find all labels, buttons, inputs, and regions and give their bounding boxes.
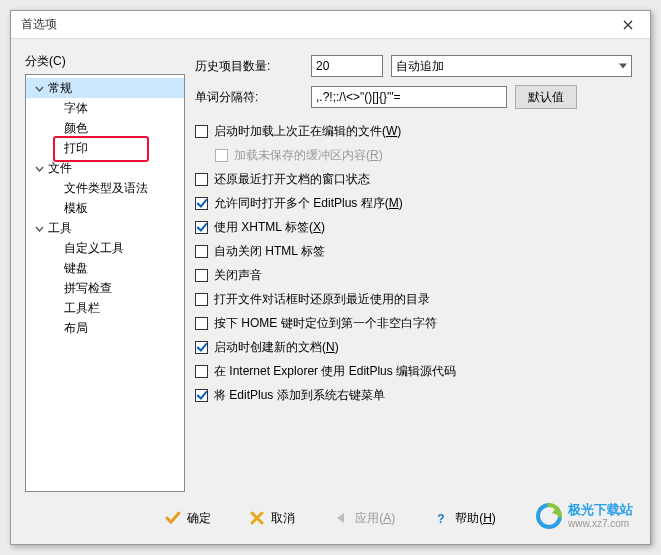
tree-item-label: 工具栏 bbox=[62, 300, 100, 317]
tree-item-label: 自定义工具 bbox=[62, 240, 124, 257]
checkbox-label: 启动时创建新的文档(N) bbox=[214, 339, 339, 356]
checkbox-option[interactable]: 使用 XHTML 标签(X) bbox=[195, 215, 636, 239]
delimiter-label: 单词分隔符: bbox=[195, 89, 311, 106]
category-tree[interactable]: 常规字体颜色打印文件文件类型及语法模板工具自定义工具键盘拼写检查工具栏布局 bbox=[25, 74, 185, 492]
tree-item-label: 拼写检查 bbox=[62, 280, 112, 297]
svg-text:?: ? bbox=[438, 512, 445, 526]
tree-item-label: 工具 bbox=[46, 220, 72, 237]
tree-item[interactable]: 打印 bbox=[26, 138, 184, 158]
close-icon bbox=[623, 20, 633, 30]
checkbox-group: 启动时加载上次正在编辑的文件(W)加载未保存的缓冲区内容(R)还原最近打开文档的… bbox=[195, 119, 636, 407]
window-title: 首选项 bbox=[21, 16, 612, 33]
checkbox-icon bbox=[195, 197, 208, 210]
checkbox-option[interactable]: 自动关闭 HTML 标签 bbox=[195, 239, 636, 263]
sidebar: 分类(C) 常规字体颜色打印文件文件类型及语法模板工具自定义工具键盘拼写检查工具… bbox=[25, 53, 185, 492]
cancel-button[interactable]: 取消 bbox=[243, 506, 301, 531]
tree-item[interactable]: 文件 bbox=[26, 158, 184, 178]
preferences-dialog: 首选项 分类(C) 常规字体颜色打印文件文件类型及语法模板工具自定义工具键盘拼写… bbox=[10, 10, 651, 545]
tree-item[interactable]: 工具 bbox=[26, 218, 184, 238]
history-label: 历史项目数量: bbox=[195, 58, 311, 75]
checkbox-label: 关闭声音 bbox=[214, 267, 262, 284]
apply-button: 应用(A) bbox=[327, 506, 401, 531]
history-row: 历史项目数量: 自动追加 bbox=[195, 55, 636, 77]
checkbox-label: 加载未保存的缓冲区内容(R) bbox=[234, 147, 383, 164]
history-count-input[interactable] bbox=[311, 55, 383, 77]
checkbox-option[interactable]: 启动时加载上次正在编辑的文件(W) bbox=[195, 119, 636, 143]
tree-item-label: 常规 bbox=[46, 80, 72, 97]
tree-item[interactable]: 工具栏 bbox=[26, 298, 184, 318]
checkbox-icon bbox=[195, 341, 208, 354]
checkbox-label: 允许同时打开多个 EditPlus 程序(M) bbox=[214, 195, 403, 212]
tree-item-label: 布局 bbox=[62, 320, 88, 337]
checkbox-label: 在 Internet Explorer 使用 EditPlus 编辑源代码 bbox=[214, 363, 456, 380]
checkbox-icon bbox=[215, 149, 228, 162]
chevron-down-icon bbox=[619, 64, 627, 69]
settings-panel: 历史项目数量: 自动追加 单词分隔符: 默认值 启动时加载上次正在编辑的文件(W… bbox=[195, 53, 636, 492]
tree-item[interactable]: 布局 bbox=[26, 318, 184, 338]
checkbox-icon bbox=[195, 293, 208, 306]
tree-item-label: 键盘 bbox=[62, 260, 88, 277]
tree-item-label: 字体 bbox=[62, 100, 88, 117]
tree-item[interactable]: 颜色 bbox=[26, 118, 184, 138]
tree-item-label: 文件 bbox=[46, 160, 72, 177]
close-button[interactable] bbox=[612, 14, 644, 36]
tree-item-label: 模板 bbox=[62, 200, 88, 217]
category-label: 分类(C) bbox=[25, 53, 185, 70]
tree-item[interactable]: 文件类型及语法 bbox=[26, 178, 184, 198]
checkbox-icon bbox=[195, 317, 208, 330]
default-button[interactable]: 默认值 bbox=[515, 85, 577, 109]
tree-item[interactable]: 键盘 bbox=[26, 258, 184, 278]
checkbox-label: 将 EditPlus 添加到系统右键菜单 bbox=[214, 387, 385, 404]
tree-item-label: 文件类型及语法 bbox=[62, 180, 148, 197]
checkbox-option[interactable]: 启动时创建新的文档(N) bbox=[195, 335, 636, 359]
checkbox-icon bbox=[195, 365, 208, 378]
ok-button[interactable]: 确定 bbox=[159, 506, 217, 531]
tree-item-label: 颜色 bbox=[62, 120, 88, 137]
checkbox-option[interactable]: 在 Internet Explorer 使用 EditPlus 编辑源代码 bbox=[195, 359, 636, 383]
help-icon: ? bbox=[433, 510, 449, 526]
content-area: 分类(C) 常规字体颜色打印文件文件类型及语法模板工具自定义工具键盘拼写检查工具… bbox=[11, 39, 650, 492]
checkbox-icon bbox=[195, 221, 208, 234]
dialog-footer: 确定 取消 应用(A) ? 帮助(H) bbox=[11, 492, 650, 544]
tree-item[interactable]: 常规 bbox=[26, 78, 184, 98]
arrow-left-icon bbox=[333, 510, 349, 526]
checkbox-label: 使用 XHTML 标签(X) bbox=[214, 219, 325, 236]
tree-item[interactable]: 字体 bbox=[26, 98, 184, 118]
checkbox-icon bbox=[195, 173, 208, 186]
checkbox-option: 加载未保存的缓冲区内容(R) bbox=[215, 143, 636, 167]
check-icon bbox=[165, 510, 181, 526]
checkbox-icon bbox=[195, 245, 208, 258]
tree-item[interactable]: 模板 bbox=[26, 198, 184, 218]
chevron-down-icon bbox=[32, 224, 46, 233]
checkbox-icon bbox=[195, 269, 208, 282]
checkbox-label: 自动关闭 HTML 标签 bbox=[214, 243, 325, 260]
checkbox-label: 打开文件对话框时还原到最近使用的目录 bbox=[214, 291, 430, 308]
help-button[interactable]: ? 帮助(H) bbox=[427, 506, 502, 531]
checkbox-option[interactable]: 还原最近打开文档的窗口状态 bbox=[195, 167, 636, 191]
chevron-down-icon bbox=[32, 164, 46, 173]
tree-item[interactable]: 拼写检查 bbox=[26, 278, 184, 298]
checkbox-option[interactable]: 关闭声音 bbox=[195, 263, 636, 287]
delimiter-input[interactable] bbox=[311, 86, 507, 108]
checkbox-label: 还原最近打开文档的窗口状态 bbox=[214, 171, 370, 188]
checkbox-option[interactable]: 允许同时打开多个 EditPlus 程序(M) bbox=[195, 191, 636, 215]
delimiter-row: 单词分隔符: 默认值 bbox=[195, 85, 636, 109]
checkbox-label: 按下 HOME 键时定位到第一个非空白字符 bbox=[214, 315, 437, 332]
checkbox-option[interactable]: 打开文件对话框时还原到最近使用的目录 bbox=[195, 287, 636, 311]
chevron-down-icon bbox=[32, 84, 46, 93]
titlebar: 首选项 bbox=[11, 11, 650, 39]
history-mode-value: 自动追加 bbox=[396, 58, 444, 75]
history-mode-combo[interactable]: 自动追加 bbox=[391, 55, 632, 77]
x-icon bbox=[249, 510, 265, 526]
checkbox-option[interactable]: 将 EditPlus 添加到系统右键菜单 bbox=[195, 383, 636, 407]
checkbox-option[interactable]: 按下 HOME 键时定位到第一个非空白字符 bbox=[195, 311, 636, 335]
checkbox-label: 启动时加载上次正在编辑的文件(W) bbox=[214, 123, 401, 140]
checkbox-icon bbox=[195, 125, 208, 138]
tree-item[interactable]: 自定义工具 bbox=[26, 238, 184, 258]
tree-item-label: 打印 bbox=[62, 140, 88, 157]
checkbox-icon bbox=[195, 389, 208, 402]
